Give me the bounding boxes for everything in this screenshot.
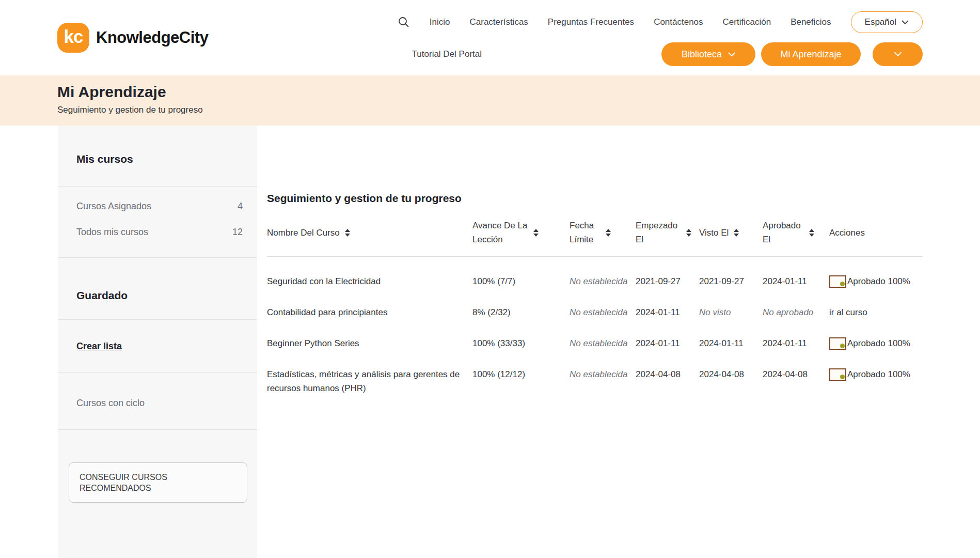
started-date: 2024-01-11: [636, 336, 699, 350]
approved-label: Aprobado 100%: [847, 367, 910, 381]
divider: [58, 257, 257, 258]
biblioteca-button[interactable]: Biblioteca: [661, 42, 755, 66]
actions-cell: Aprobado 100%: [829, 274, 923, 288]
search-icon[interactable]: [398, 16, 410, 28]
sidebar-item-cursos-asignados[interactable]: Cursos Asignados 4: [76, 193, 243, 219]
course-name: Seguridad con la Electricidad: [267, 274, 472, 288]
section-heading: Seguimiento y gestion de tu progreso: [267, 192, 923, 205]
sidebar-section-mis-cursos: Mis cursos: [76, 152, 243, 166]
approved-date: 2024-04-08: [763, 367, 829, 381]
column-header-empezado-el: Empezado El: [636, 219, 699, 246]
viewed-date: 2024-01-11: [699, 336, 763, 350]
kc-logo-letters: kc: [64, 26, 83, 47]
page-subtitle: Seguimiento y gestion de tu progreso: [57, 105, 980, 115]
viewed-date: 2021-09-27: [699, 274, 763, 288]
page-title: Mi Aprendizaje: [57, 82, 980, 102]
table-row: Contabilidad para principiantes 8% (2/32…: [267, 297, 923, 328]
actions-cell: Aprobado 100%: [829, 367, 923, 381]
biblioteca-button-label: Biblioteca: [682, 49, 722, 60]
approved-label: Aprobado 100%: [847, 274, 910, 288]
kc-logo-icon: kc: [57, 23, 89, 53]
sidebar: Mis cursos Cursos Asignados 4 Todos mis …: [58, 126, 257, 558]
language-selector-label: Español: [865, 17, 896, 27]
course-name: Estadísticas, métricas y análisis para g…: [267, 367, 472, 395]
column-header-fecha-limite: Fecha Límite: [570, 219, 636, 246]
actions-cell: Aprobado 100%: [829, 336, 923, 350]
approved-date: No aprobado: [763, 305, 829, 319]
sort-icon[interactable]: [606, 229, 611, 237]
go-to-course-link[interactable]: ir al curso: [829, 305, 867, 319]
chevron-down-icon: [894, 52, 902, 57]
column-header-avance-de-la-leccion: Avance De La Lección: [472, 219, 570, 246]
secondary-nav: Tutorial Del Portal Biblioteca Mi Aprend…: [412, 42, 923, 66]
language-selector-button[interactable]: Español: [851, 11, 923, 33]
content-area: Mis cursos Cursos Asignados 4 Todos mis …: [0, 126, 980, 558]
divider: [58, 319, 257, 320]
column-header-nombre-del-curso: Nombre Del Curso: [267, 226, 472, 240]
nav-item-inicio[interactable]: Inicio: [430, 17, 450, 27]
lesson-progress: 100% (33/33): [472, 336, 570, 350]
viewed-date: No visto: [699, 305, 763, 319]
nav-item-contactenos[interactable]: Contáctenos: [654, 17, 703, 27]
table-row: Estadísticas, métricas y análisis para g…: [267, 359, 923, 404]
certificate-icon[interactable]: [829, 275, 846, 288]
get-recommended-courses-button[interactable]: CONSEGUIR CURSOS RECOMENDADOS: [69, 462, 247, 503]
started-date: 2021-09-27: [636, 274, 699, 288]
table-row: Seguridad con la Electricidad 100% (7/7)…: [267, 266, 923, 297]
column-header-visto-el: Visto El: [699, 226, 763, 240]
mi-aprendizaje-button[interactable]: Mi Aprendizaje: [761, 42, 861, 66]
deadline: No establecida: [570, 367, 636, 381]
column-header-aprobado-el: Aprobado El: [763, 219, 829, 246]
deadline: No establecida: [570, 305, 636, 319]
course-name: Contabilidad para principiantes: [267, 305, 472, 319]
page-banner: Mi Aprendizaje Seguimiento y gestion de …: [0, 75, 980, 126]
deadline: No establecida: [570, 336, 636, 350]
actions-cell: ir al curso: [829, 305, 923, 319]
chevron-down-icon: [902, 20, 909, 25]
sidebar-item-todos-mis-cursos[interactable]: Todos mis cursos 12: [76, 219, 243, 245]
viewed-date: 2024-04-08: [699, 367, 763, 381]
sidebar-item-label: Cursos Asignados: [76, 201, 151, 212]
sidebar-item-cursos-con-ciclo[interactable]: Cursos con ciclo: [76, 396, 243, 410]
nav-item-beneficios[interactable]: Beneficios: [791, 17, 831, 27]
course-name: Beginner Python Series: [267, 336, 472, 350]
certificate-icon[interactable]: [829, 337, 846, 350]
sort-icon[interactable]: [809, 229, 814, 237]
approved-date: 2024-01-11: [763, 274, 829, 288]
table-row: Beginner Python Series 100% (33/33) No e…: [267, 328, 923, 359]
sidebar-section-guardado: Guardado: [76, 289, 243, 302]
certificate-icon[interactable]: [829, 368, 846, 381]
sort-icon[interactable]: [734, 229, 739, 237]
brand-name: KnowledgeCity: [96, 28, 208, 47]
approved-label: Aprobado 100%: [847, 336, 910, 350]
lesson-progress: 100% (12/12): [472, 367, 570, 381]
sidebar-item-count: 12: [232, 227, 243, 238]
started-date: 2024-01-11: [636, 305, 699, 319]
nav-item-preguntas-frecuentes[interactable]: Preguntas Frecuentes: [548, 17, 634, 27]
sidebar-item-label: Todos mis cursos: [76, 227, 148, 238]
approved-date: 2024-01-11: [763, 336, 829, 350]
divider: [58, 372, 257, 373]
sort-icon[interactable]: [345, 229, 350, 237]
chevron-down-icon: [728, 52, 735, 57]
started-date: 2024-04-08: [636, 367, 699, 381]
sort-icon[interactable]: [533, 229, 539, 237]
deadline: No establecida: [570, 274, 636, 288]
brand-logo[interactable]: kc KnowledgeCity: [57, 23, 208, 53]
nav-item-caracteristicas[interactable]: Características: [469, 17, 528, 27]
account-menu-button[interactable]: [873, 42, 923, 66]
primary-nav: Inicio Características Preguntas Frecuen…: [398, 11, 923, 33]
table-header-row: Nombre Del Curso Avance De La Lección Fe…: [267, 219, 923, 257]
divider: [58, 429, 257, 430]
lesson-progress: 8% (2/32): [472, 305, 570, 319]
column-header-acciones: Acciones: [829, 226, 923, 240]
site-header: kc KnowledgeCity Inicio Características …: [0, 0, 980, 75]
nav-item-tutorial-del-portal[interactable]: Tutorial Del Portal: [412, 49, 482, 59]
sidebar-course-filters: Cursos Asignados 4 Todos mis cursos 12: [76, 187, 243, 245]
main-panel: Seguimiento y gestion de tu progreso Nom…: [267, 126, 923, 558]
nav-item-certificacion[interactable]: Certificación: [723, 17, 771, 27]
sort-icon[interactable]: [686, 229, 691, 237]
table-body: Seguridad con la Electricidad 100% (7/7)…: [267, 266, 923, 404]
mi-aprendizaje-button-label: Mi Aprendizaje: [780, 49, 841, 60]
create-list-link[interactable]: Crear lista: [76, 339, 122, 353]
